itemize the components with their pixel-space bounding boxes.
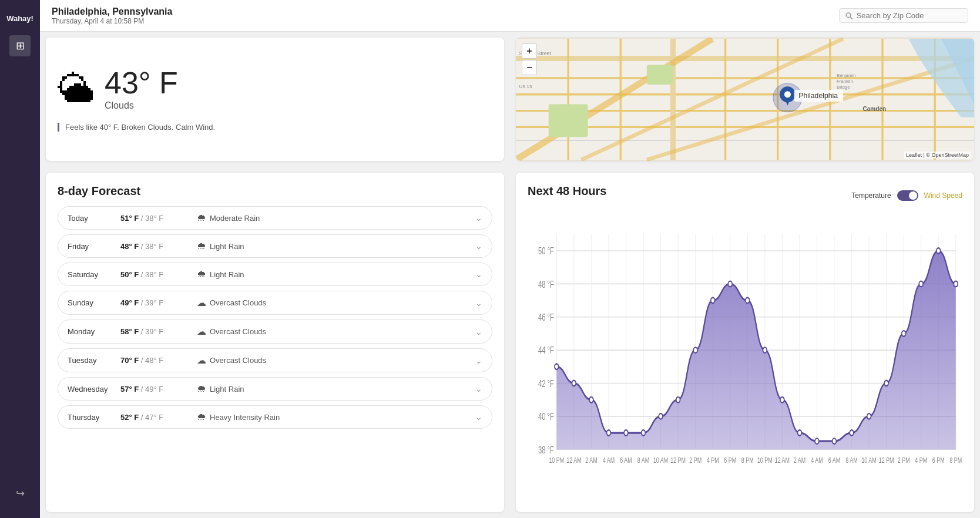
- svg-text:46 °F: 46 °F: [538, 312, 554, 322]
- chart-header: Next 48 Hours Temperature Wind Speed: [528, 184, 962, 206]
- feels-like: Feels like 40° F. Broken Clouds. Calm Wi…: [58, 123, 492, 132]
- forecast-condition: 🌧 Heavy Intensity Rain: [197, 412, 475, 422]
- condition-icon: ☁: [197, 326, 206, 337]
- search-box[interactable]: [839, 8, 968, 23]
- sidebar-item-logout[interactable]: ↪: [9, 483, 31, 504]
- chart-container: 50 °F48 °F46 °F44 °F42 °F40 °F38 °F10 PM…: [528, 216, 962, 496]
- forecast-day: Friday: [68, 242, 120, 251]
- svg-line-1: [850, 16, 852, 18]
- svg-point-110: [798, 430, 802, 436]
- svg-point-118: [937, 248, 941, 254]
- forecast-temps: 49° F / 39° F: [120, 298, 197, 307]
- forecast-list: Today 51° F / 38° F 🌧 Moderate Rain ⌄ Fr…: [58, 206, 492, 429]
- forecast-row[interactable]: Friday 48° F / 38° F 🌧 Light Rain ⌄: [58, 234, 492, 258]
- forecast-row[interactable]: Tuesday 70° F / 48° F ☁ Overcast Clouds …: [58, 348, 492, 372]
- forecast-card: 8-day Forecast Today 51° F / 38° F 🌧 Mod…: [46, 173, 504, 512]
- svg-point-25: [784, 91, 791, 97]
- temperature: 43° F: [105, 68, 178, 98]
- forecast-condition: 🌧 Light Rain: [197, 269, 475, 280]
- svg-text:2 PM: 2 PM: [689, 456, 702, 464]
- forecast-row[interactable]: Sunday 49° F / 39° F ☁ Overcast Clouds ⌄: [58, 291, 492, 315]
- forecast-condition: 🌧 Light Rain: [197, 241, 475, 251]
- legend-temp-label: Temperature: [851, 191, 891, 200]
- forecast-row[interactable]: Saturday 50° F / 38° F 🌧 Light Rain ⌄: [58, 263, 492, 286]
- svg-text:8 AM: 8 AM: [637, 456, 649, 464]
- forecast-condition: ☁ Overcast Clouds: [197, 297, 475, 308]
- condition-label: Heavy Intensity Rain: [210, 413, 280, 422]
- svg-point-114: [867, 413, 871, 419]
- svg-point-112: [833, 438, 837, 444]
- svg-point-106: [728, 281, 732, 287]
- svg-text:10 AM: 10 AM: [653, 456, 668, 464]
- sidebar: Wahay! ⊞ ↪: [0, 0, 40, 518]
- search-input[interactable]: [857, 11, 962, 20]
- condition-label: Light Rain: [210, 270, 244, 279]
- city-name: Philadelphia, Pennsylvania: [52, 6, 839, 17]
- svg-point-101: [642, 430, 646, 436]
- map-zoom-in[interactable]: +: [522, 43, 537, 59]
- chart-legend: Temperature Wind Speed: [851, 190, 962, 201]
- forecast-condition: 🌧 Light Rain: [197, 384, 475, 394]
- header: Philadelphia, Pennsylvania Thursday, Apr…: [40, 0, 980, 32]
- svg-text:8 PM: 8 PM: [949, 456, 962, 464]
- weather-temp-block: 43° F Clouds: [105, 68, 178, 111]
- svg-text:8 AM: 8 AM: [845, 456, 857, 464]
- svg-text:4 AM: 4 AM: [603, 456, 615, 464]
- map-zoom-out[interactable]: −: [522, 60, 537, 75]
- forecast-temps: 52° F / 47° F: [120, 413, 197, 422]
- forecast-condition: 🌧 Moderate Rain: [197, 213, 475, 223]
- svg-text:2 AM: 2 AM: [585, 456, 597, 464]
- svg-point-104: [693, 347, 697, 353]
- svg-text:48 °F: 48 °F: [538, 280, 554, 290]
- forecast-day: Today: [68, 214, 120, 223]
- svg-text:10 AM: 10 AM: [861, 456, 876, 464]
- weather-icon: 🌥: [58, 70, 95, 108]
- svg-text:50 °F: 50 °F: [538, 247, 554, 257]
- condition-label: Light Rain: [210, 385, 244, 393]
- svg-text:12 PM: 12 PM: [879, 456, 894, 464]
- legend-temperature: Temperature: [851, 191, 891, 200]
- map-attribution: Leaflet | © OpenStreetMap: [904, 152, 971, 159]
- forecast-row[interactable]: Today 51° F / 38° F 🌧 Moderate Rain ⌄: [58, 206, 492, 230]
- condition-icon: ☁: [197, 355, 206, 366]
- header-location: Philadelphia, Pennsylvania Thursday, Apr…: [52, 6, 839, 25]
- svg-point-105: [711, 298, 715, 304]
- svg-text:10 PM: 10 PM: [549, 456, 564, 464]
- temperature-chart: 50 °F48 °F46 °F44 °F42 °F40 °F38 °F10 PM…: [528, 216, 962, 496]
- svg-text:4 AM: 4 AM: [811, 456, 823, 464]
- forecast-row[interactable]: Monday 58° F / 39° F ☁ Overcast Clouds ⌄: [58, 319, 492, 344]
- svg-text:6 PM: 6 PM: [932, 456, 945, 464]
- content-grid: 🌥 43° F Clouds Feels like 40° F. Broken …: [40, 32, 980, 518]
- chevron-down-icon: ⌄: [475, 213, 482, 223]
- forecast-day: Saturday: [68, 270, 120, 279]
- search-icon: [845, 12, 853, 20]
- weather-description: Clouds: [105, 100, 178, 111]
- map-placeholder: Philadelphia Spruce Street US 13 Benjami…: [516, 38, 974, 161]
- chart-toggle[interactable]: [897, 190, 918, 201]
- svg-text:40 °F: 40 °F: [538, 412, 554, 422]
- svg-text:6 PM: 6 PM: [724, 456, 736, 464]
- svg-text:10 PM: 10 PM: [757, 456, 773, 464]
- weather-main: 🌥 43° F Clouds: [58, 68, 492, 111]
- forecast-temps: 51° F / 38° F: [120, 214, 197, 223]
- condition-icon: 🌧: [197, 384, 206, 394]
- forecast-temps: 48° F / 38° F: [120, 242, 197, 251]
- svg-point-117: [919, 281, 923, 287]
- sidebar-item-dashboard[interactable]: ⊞: [9, 35, 31, 56]
- condition-label: Moderate Rain: [210, 214, 260, 223]
- forecast-temps: 58° F / 39° F: [120, 327, 197, 336]
- forecast-row[interactable]: Thursday 52° F / 47° F 🌧 Heavy Intensity…: [58, 405, 492, 429]
- forecast-condition: ☁ Overcast Clouds: [197, 326, 475, 337]
- condition-icon: ☁: [197, 297, 206, 308]
- forecast-condition: ☁ Overcast Clouds: [197, 355, 475, 366]
- chart-title: Next 48 Hours: [528, 184, 607, 198]
- forecast-row[interactable]: Wednesday 57° F / 49° F 🌧 Light Rain ⌄: [58, 377, 492, 401]
- svg-text:42 °F: 42 °F: [538, 379, 554, 389]
- forecast-day: Thursday: [68, 413, 120, 422]
- svg-text:12 PM: 12 PM: [670, 456, 686, 464]
- chevron-down-icon: ⌄: [475, 327, 482, 337]
- svg-rect-21: [647, 65, 673, 85]
- svg-text:US 13: US 13: [519, 84, 532, 89]
- svg-point-102: [659, 413, 663, 419]
- svg-point-107: [746, 298, 750, 304]
